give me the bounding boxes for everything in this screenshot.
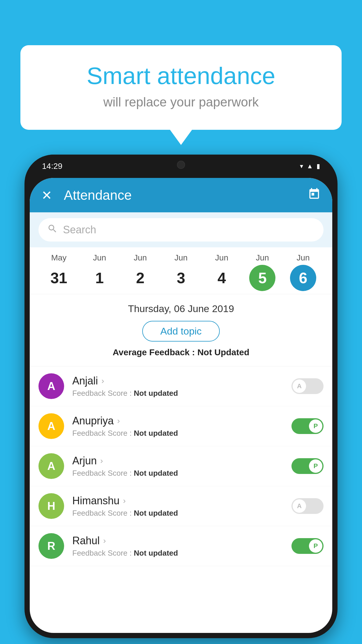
avatar: A: [38, 413, 64, 439]
chevron-right-icon: ›: [123, 496, 126, 505]
phone-screen: ✕ Attendance Search May31Jun1Jun2Jun3Jun: [30, 178, 332, 633]
search-icon: [47, 223, 58, 237]
student-item[interactable]: AAnjali ›Feedback Score : Not updatedA: [30, 366, 332, 406]
chevron-right-icon: ›: [100, 456, 103, 466]
search-bar[interactable]: Search: [38, 218, 324, 242]
status-time: 14:29: [42, 162, 62, 171]
cal-date: 31: [46, 265, 72, 291]
feedback-score: Feedback Score : Not updated: [72, 549, 291, 558]
cal-month: Jun: [296, 253, 310, 262]
cal-date: 3: [168, 265, 194, 291]
date-info: Thursday, 06 June 2019 Add topic Average…: [30, 294, 332, 366]
student-info: Anjali ›Feedback Score : Not updated: [72, 375, 291, 398]
phone-notch: [158, 155, 204, 175]
student-list: AAnjali ›Feedback Score : Not updatedAAA…: [30, 366, 332, 566]
cal-month: Jun: [256, 253, 269, 262]
student-info: Rahul ›Feedback Score : Not updated: [72, 535, 291, 558]
add-topic-button[interactable]: Add topic: [142, 321, 220, 342]
student-item[interactable]: AArjun ›Feedback Score : Not updatedP: [30, 446, 332, 486]
avg-feedback: Average Feedback : Not Updated: [38, 347, 324, 357]
cal-date: 6: [290, 265, 316, 291]
wifi-icon: ▾: [300, 162, 303, 170]
attendance-toggle[interactable]: P: [291, 418, 324, 434]
student-name: Himanshu ›: [72, 495, 291, 507]
chevron-right-icon: ›: [117, 416, 120, 426]
feedback-score: Feedback Score : Not updated: [72, 509, 291, 518]
chevron-right-icon: ›: [103, 536, 106, 545]
calendar-day[interactable]: May31: [41, 253, 76, 291]
attendance-toggle[interactable]: A: [291, 378, 324, 394]
student-item[interactable]: HHimanshu ›Feedback Score : Not updatedA: [30, 486, 332, 526]
avg-feedback-value: Not Updated: [197, 347, 249, 357]
toggle-thumb: P: [309, 539, 322, 553]
signal-icon: ▲: [307, 162, 313, 170]
status-bar: 14:29 ▾ ▲ ▮: [24, 155, 338, 178]
battery-icon: ▮: [317, 162, 320, 170]
camera: [177, 161, 185, 169]
search-placeholder: Search: [63, 224, 96, 236]
student-name: Arjun ›: [72, 455, 291, 467]
toggle-thumb: A: [293, 379, 306, 393]
chevron-right-icon: ›: [101, 376, 104, 386]
student-info: Anupriya ›Feedback Score : Not updated: [72, 415, 291, 438]
student-name: Rahul ›: [72, 535, 291, 547]
toggle-thumb: P: [309, 459, 322, 473]
cal-month: Jun: [134, 253, 147, 262]
cal-date: 4: [209, 265, 235, 291]
feedback-score: Feedback Score : Not updated: [72, 389, 291, 398]
speech-bubble-container: Smart attendance will replace your paper…: [20, 45, 342, 130]
avatar: R: [38, 533, 64, 559]
attendance-toggle[interactable]: A: [291, 498, 324, 514]
avatar: H: [38, 493, 64, 519]
student-name: Anupriya ›: [72, 415, 291, 427]
selected-date-label: Thursday, 06 June 2019: [38, 303, 324, 314]
calendar-day[interactable]: Jun4: [204, 253, 239, 291]
cal-month: May: [51, 253, 66, 262]
calendar-day[interactable]: Jun5: [245, 253, 280, 291]
status-icons: ▾ ▲ ▮: [300, 162, 320, 170]
calendar-icon[interactable]: [308, 188, 321, 203]
cal-date: 5: [249, 265, 275, 291]
student-info: Arjun ›Feedback Score : Not updated: [72, 455, 291, 478]
feedback-score: Feedback Score : Not updated: [72, 469, 291, 478]
attendance-toggle[interactable]: P: [291, 458, 324, 474]
student-info: Himanshu ›Feedback Score : Not updated: [72, 495, 291, 518]
avatar: A: [38, 373, 64, 399]
calendar-day[interactable]: Jun2: [123, 253, 158, 291]
cal-month: Jun: [174, 253, 187, 262]
avg-feedback-prefix: Average Feedback :: [113, 347, 197, 357]
calendar-day[interactable]: Jun3: [164, 253, 198, 291]
toggle-thumb: A: [293, 499, 306, 513]
bubble-subtitle: will replace your paperwork: [44, 95, 318, 109]
feedback-score: Feedback Score : Not updated: [72, 429, 291, 438]
calendar-day[interactable]: Jun1: [82, 253, 117, 291]
cal-month: Jun: [93, 253, 106, 262]
app-bar: ✕ Attendance: [30, 178, 332, 212]
student-item[interactable]: AAnupriya ›Feedback Score : Not updatedP: [30, 406, 332, 446]
student-item[interactable]: RRahul ›Feedback Score : Not updatedP: [30, 526, 332, 566]
cal-date: 1: [87, 265, 113, 291]
close-button[interactable]: ✕: [41, 188, 52, 203]
app-bar-title: Attendance: [64, 187, 308, 203]
calendar-strip: May31Jun1Jun2Jun3Jun4Jun5Jun6: [30, 247, 332, 294]
toggle-thumb: P: [309, 419, 322, 433]
calendar-day[interactable]: Jun6: [286, 253, 321, 291]
student-name: Anjali ›: [72, 375, 291, 387]
bubble-title: Smart attendance: [44, 63, 318, 89]
phone-frame: 14:29 ▾ ▲ ▮ ✕ Attendance: [24, 155, 338, 638]
cal-date: 2: [127, 265, 153, 291]
cal-month: Jun: [215, 253, 228, 262]
speech-bubble: Smart attendance will replace your paper…: [20, 45, 342, 130]
avatar: A: [38, 453, 64, 479]
search-container: Search: [30, 212, 332, 247]
attendance-toggle[interactable]: P: [291, 538, 324, 554]
